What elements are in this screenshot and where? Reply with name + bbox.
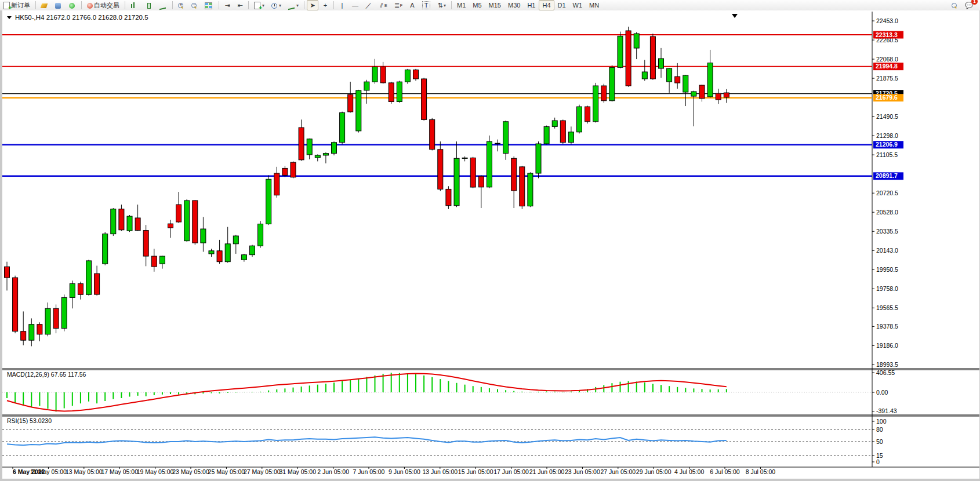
- svg-text:HK50-,H4 21672.0 21766.0 2162: HK50-,H4 21672.0 21766.0 21628.0 21720.5: [15, 14, 148, 21]
- line-chart-button[interactable]: [157, 0, 170, 10]
- timeframe-m5-button[interactable]: M5: [469, 0, 485, 10]
- candle: [601, 86, 607, 101]
- indicators-button[interactable]: ▾: [251, 0, 267, 10]
- svg-text:-391.43: -391.43: [876, 407, 897, 414]
- auto-trading-icon: [87, 3, 93, 9]
- text-label-button[interactable]: T: [419, 0, 433, 10]
- text-tool-icon: A: [409, 2, 415, 9]
- auto-trading-button[interactable]: 自动交易: [84, 0, 122, 10]
- timeframe-h1-button[interactable]: H1: [524, 0, 539, 10]
- timeframe-m1-button[interactable]: M1: [453, 0, 469, 10]
- horizontal-line-button[interactable]: —: [349, 0, 361, 10]
- search-button[interactable]: [949, 0, 961, 10]
- candle: [151, 256, 157, 267]
- periods-button[interactable]: ▾: [268, 0, 284, 10]
- bar-chart-button[interactable]: [128, 0, 141, 10]
- fibonacci-button[interactable]: ≣F: [391, 0, 405, 10]
- timeframe-d1-button[interactable]: D1: [554, 0, 569, 10]
- candle: [413, 70, 419, 79]
- candle: [53, 308, 59, 328]
- candle: [659, 59, 664, 68]
- svg-text:19565.5: 19565.5: [876, 304, 898, 311]
- candle: [70, 283, 75, 297]
- svg-text:19186.0: 19186.0: [876, 342, 898, 349]
- time-label: 17 May 05:00: [101, 468, 138, 475]
- notifications-button[interactable]: 💬 1: [962, 0, 976, 10]
- candle: [127, 216, 132, 231]
- search-icon: [952, 3, 957, 8]
- candle: [78, 283, 83, 294]
- equidistant-channel-button[interactable]: ⫽E: [376, 0, 390, 10]
- zoom-out-button[interactable]: [188, 0, 201, 10]
- vertical-line-button[interactable]: |: [336, 0, 348, 10]
- candle: [184, 201, 190, 241]
- candle: [618, 36, 623, 67]
- svg-text:0: 0: [876, 458, 880, 465]
- timeframe-m30-button[interactable]: M30: [504, 0, 524, 10]
- candle: [634, 34, 639, 48]
- svg-text:21994.8: 21994.8: [876, 63, 898, 70]
- candle: [446, 189, 451, 205]
- chevron-down-icon: ▾: [444, 3, 446, 8]
- crosshair-icon: +: [322, 2, 328, 9]
- time-label: 6 Jul 05:00: [710, 468, 740, 475]
- timeframe-w1-button[interactable]: W1: [569, 0, 586, 10]
- candle: [225, 244, 230, 262]
- cursor-button[interactable]: ➤: [307, 0, 318, 10]
- time-label: 27 May 05:00: [244, 468, 281, 475]
- signals-icon: [69, 3, 75, 9]
- svg-text:20143.0: 20143.0: [876, 247, 898, 254]
- chart-window[interactable]: 22453.022260.522068.021875.521490.521298…: [0, 10, 980, 481]
- candle: [143, 231, 148, 256]
- time-label: 11 May 05:00: [30, 468, 67, 475]
- candle: [560, 121, 565, 143]
- svg-text:22453.0: 22453.0: [876, 17, 898, 24]
- templates-button[interactable]: ▾: [285, 0, 302, 10]
- candle: [45, 308, 50, 334]
- candle: [61, 297, 67, 328]
- chevron-down-icon: ▾: [279, 3, 281, 8]
- signals-button[interactable]: [66, 0, 79, 10]
- candle: [511, 158, 517, 191]
- zoom-in-button[interactable]: [175, 0, 187, 10]
- templates-icon: [288, 2, 295, 10]
- candle: [340, 112, 345, 142]
- arrows-button[interactable]: ⇅▾: [434, 0, 449, 10]
- candle: [454, 158, 459, 205]
- cursor-icon: ➤: [310, 2, 315, 9]
- rsi-label: RSI(15) 53.0230: [7, 417, 52, 424]
- svg-text:21206.9: 21206.9: [876, 141, 898, 148]
- candle: [650, 37, 655, 79]
- crosshair-button[interactable]: +: [320, 0, 331, 10]
- svg-text:21490.5: 21490.5: [876, 113, 898, 120]
- timeframe-m15-button[interactable]: M15: [485, 0, 504, 10]
- trendline-button[interactable]: ／: [362, 0, 375, 10]
- candlestick-chart[interactable]: 22453.022260.522068.021875.521490.521298…: [2, 10, 979, 479]
- time-label: 25 May 05:00: [208, 468, 245, 475]
- time-axis[interactable]: 6 May 202211 May 05:0013 May 05:0017 May…: [13, 467, 775, 475]
- candle: [667, 68, 672, 82]
- candle: [691, 92, 696, 96]
- svg-text:19758.0: 19758.0: [876, 285, 898, 292]
- chart-title: HK50-,H4 21672.0 21766.0 21628.0 21720.5: [7, 14, 148, 21]
- candle: [241, 255, 246, 260]
- candle: [5, 267, 10, 278]
- timeframe-h4-button[interactable]: H4: [539, 0, 554, 10]
- candle: [372, 67, 378, 82]
- styler-button[interactable]: [38, 0, 51, 10]
- svg-text:20891.7: 20891.7: [876, 172, 898, 179]
- expert-advisors-button[interactable]: [52, 0, 65, 10]
- new-order-button[interactable]: 新订单: [1, 0, 33, 10]
- chart-shift-button[interactable]: ⇤: [234, 0, 246, 10]
- candle: [683, 75, 688, 92]
- indicators-icon: [254, 2, 260, 9]
- chart-background: [2, 10, 979, 479]
- candle: [568, 132, 574, 143]
- candlestick-chart-button[interactable]: [143, 0, 155, 10]
- time-label: 13 May 05:00: [66, 468, 103, 475]
- tile-windows-button[interactable]: [202, 0, 216, 10]
- text-tool-button[interactable]: A: [406, 0, 418, 10]
- candle: [430, 119, 435, 149]
- timeframe-mn-button[interactable]: MN: [586, 0, 602, 10]
- auto-scroll-button[interactable]: ⇥: [222, 0, 233, 10]
